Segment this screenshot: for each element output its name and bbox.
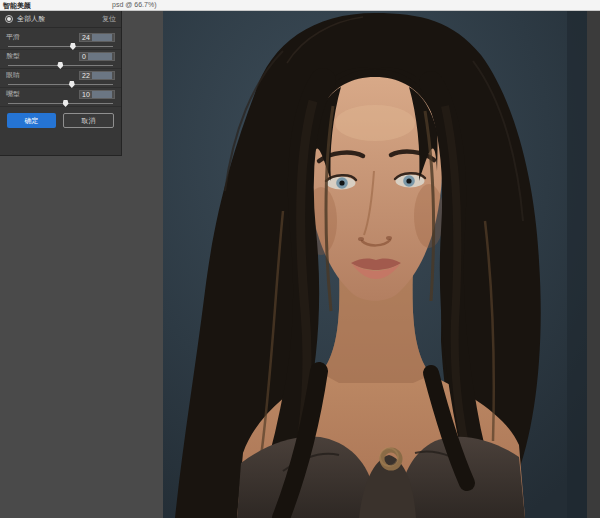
- face-selector-row: 全部人脸 复位: [0, 11, 121, 28]
- ok-button[interactable]: 确定: [7, 113, 56, 128]
- slider-track[interactable]: [6, 61, 115, 69]
- value-selection-highlight: [92, 91, 112, 98]
- slider-value-field[interactable]: 10: [79, 90, 115, 99]
- slider-thumb[interactable]: [69, 81, 75, 88]
- titlebar: 智能美颜 psd @ 66.7%): [0, 0, 600, 11]
- slider-row-face-shape: 脸型 0: [0, 50, 121, 69]
- slider-value: 22: [82, 72, 90, 79]
- slider-label: 脸型: [6, 51, 20, 61]
- all-faces-radio[interactable]: [5, 15, 13, 23]
- portrait-photo: [163, 11, 587, 518]
- slider-value: 24: [82, 34, 90, 41]
- slider-row-smooth: 平滑 24: [0, 31, 121, 50]
- slider-thumb[interactable]: [70, 43, 76, 50]
- slider-track[interactable]: [6, 80, 115, 88]
- radio-selected-dot: [7, 17, 11, 21]
- slider-label: 眼睛: [6, 70, 20, 80]
- slider-track[interactable]: [6, 42, 115, 50]
- slider-thumb[interactable]: [63, 100, 69, 107]
- slider-value-field[interactable]: 22: [79, 71, 115, 80]
- slider-value-field[interactable]: 0: [79, 52, 115, 61]
- slider-row-mouth: 嘴型 10: [0, 88, 121, 107]
- slider-label: 嘴型: [6, 89, 20, 99]
- document-tab[interactable]: psd @ 66.7%): [112, 1, 156, 8]
- cancel-button[interactable]: 取消: [63, 113, 114, 128]
- slider-label: 平滑: [6, 32, 20, 42]
- canvas-right-gutter: [587, 11, 600, 518]
- all-faces-label: 全部人脸: [17, 14, 45, 24]
- slider-thumb[interactable]: [57, 62, 63, 69]
- reset-button[interactable]: 复位: [102, 14, 116, 24]
- slider-track-line: [8, 84, 113, 85]
- slider-track[interactable]: [6, 99, 115, 107]
- dialog-title: 智能美颜: [3, 1, 31, 11]
- slider-track-line: [8, 46, 113, 47]
- slider-track-line: [8, 103, 113, 104]
- face-retouch-dialog: 全部人脸 复位 平滑 24 脸型 0 眼睛: [0, 11, 122, 156]
- value-selection-highlight: [92, 34, 112, 41]
- value-selection-highlight: [88, 53, 112, 60]
- value-selection-highlight: [92, 72, 112, 79]
- dialog-buttons: 确定 取消: [0, 107, 121, 128]
- slider-value: 10: [82, 91, 90, 98]
- portrait-illustration: [163, 11, 587, 518]
- slider-row-eyes: 眼睛 22: [0, 69, 121, 88]
- slider-list: 平滑 24 脸型 0 眼睛 22: [0, 28, 121, 107]
- slider-value-field[interactable]: 24: [79, 33, 115, 42]
- slider-value: 0: [82, 53, 86, 60]
